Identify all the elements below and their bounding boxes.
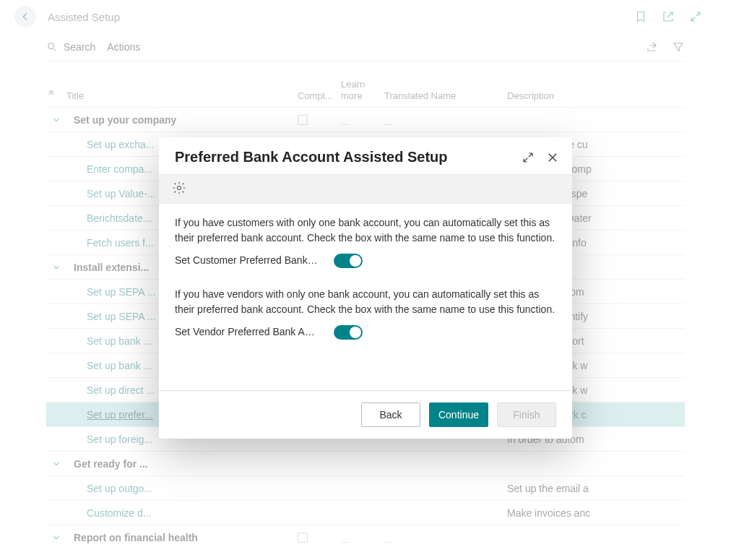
customer-toggle-label: Set Customer Preferred Bank A...: [175, 253, 319, 268]
gear-icon[interactable]: [172, 181, 186, 195]
dialog-paragraph-2: If you have vendors with only one bank a…: [175, 287, 556, 317]
dialog-title: Preferred Bank Account Assisted Setup: [175, 149, 510, 165]
customer-preferred-toggle[interactable]: [334, 254, 363, 268]
dialog-close-icon[interactable]: [546, 151, 559, 164]
dialog-expand-icon[interactable]: [522, 151, 535, 164]
svg-point-1: [178, 186, 181, 190]
dialog-toolbar: [159, 174, 572, 204]
modal-overlay: Preferred Bank Account Assisted Setup If…: [0, 0, 731, 560]
vendor-toggle-label: Set Vendor Preferred Bank Acc...: [175, 324, 319, 340]
dialog-paragraph-1: If you have customers with only one bank…: [175, 215, 556, 246]
back-button[interactable]: Back: [361, 402, 420, 427]
vendor-preferred-toggle[interactable]: [334, 325, 363, 340]
continue-button[interactable]: Continue: [429, 402, 488, 427]
assisted-setup-dialog: Preferred Bank Account Assisted Setup If…: [159, 137, 572, 439]
finish-button: Finish: [497, 402, 556, 427]
